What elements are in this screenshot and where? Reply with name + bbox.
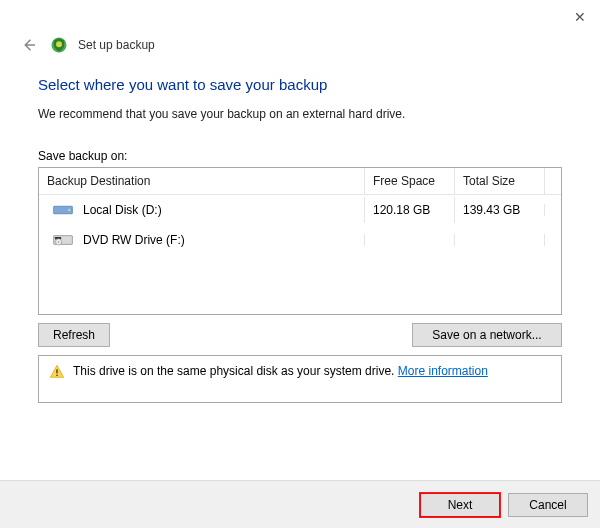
warning-text: This drive is on the same physical disk …	[73, 364, 394, 378]
drive-name: DVD RW Drive (F:)	[83, 233, 185, 247]
destination-table: Backup Destination Free Space Total Size…	[38, 167, 562, 315]
warning-panel: This drive is on the same physical disk …	[38, 355, 562, 403]
svg-point-7	[58, 241, 60, 243]
list-label: Save backup on:	[38, 149, 562, 163]
cancel-button[interactable]: Cancel	[508, 493, 588, 517]
header-total-size[interactable]: Total Size	[454, 168, 544, 194]
page-heading: Select where you want to save your backu…	[38, 76, 562, 93]
header-spacer	[544, 168, 561, 194]
refresh-button[interactable]: Refresh	[38, 323, 110, 347]
back-button[interactable]	[18, 34, 40, 56]
drive-name: Local Disk (D:)	[83, 203, 162, 217]
action-button-row: Refresh Save on a network...	[38, 323, 562, 347]
close-icon[interactable]: ✕	[574, 9, 586, 25]
titlebar: ✕	[0, 0, 600, 34]
next-button[interactable]: Next	[420, 493, 500, 517]
recommendation-text: We recommend that you save your backup o…	[38, 107, 562, 121]
free-space-cell	[364, 234, 454, 246]
more-information-link[interactable]: More information	[398, 364, 488, 378]
table-header: Backup Destination Free Space Total Size	[39, 168, 561, 195]
total-size-cell: 139.43 GB	[454, 197, 544, 223]
svg-rect-9	[56, 375, 57, 376]
free-space-cell: 120.18 GB	[364, 197, 454, 223]
warning-icon	[49, 364, 65, 380]
arrow-left-icon	[20, 36, 38, 54]
header-free-space[interactable]: Free Space	[364, 168, 454, 194]
window-title: Set up backup	[78, 38, 155, 52]
warning-text-container: This drive is on the same physical disk …	[73, 364, 488, 378]
svg-point-3	[68, 209, 70, 211]
header-destination[interactable]: Backup Destination	[39, 168, 364, 194]
dvd-drive-icon	[53, 233, 73, 247]
total-size-cell	[454, 234, 544, 246]
table-row[interactable]: DVD RW Drive (F:)	[39, 225, 561, 255]
content-area: Select where you want to save your backu…	[0, 66, 600, 403]
header-row: Set up backup	[0, 34, 600, 66]
save-on-network-button[interactable]: Save on a network...	[412, 323, 562, 347]
table-row[interactable]: Local Disk (D:) 120.18 GB 139.43 GB	[39, 195, 561, 225]
svg-point-1	[56, 41, 62, 47]
footer: Next Cancel	[0, 480, 600, 528]
hard-drive-icon	[53, 203, 73, 217]
svg-rect-8	[56, 369, 57, 373]
backup-shield-icon	[50, 36, 68, 54]
